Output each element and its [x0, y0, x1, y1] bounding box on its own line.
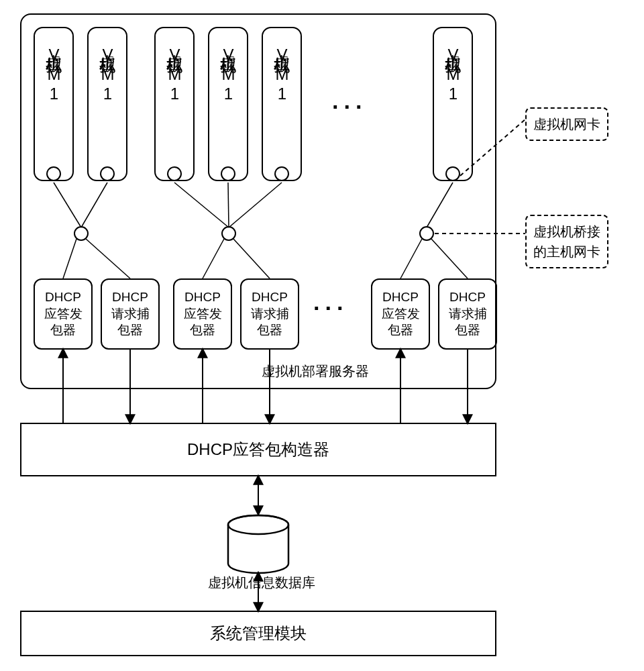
- svg-point-19: [228, 515, 288, 534]
- vm-box: 虚拟机VM1: [208, 27, 248, 181]
- legend-vm-nic: 虚拟机网卡: [525, 107, 608, 141]
- vm-box: 虚拟机VM1: [87, 27, 127, 181]
- vm-label: 虚拟机VM1: [164, 42, 185, 104]
- dhcp-request-capturer: DHCP 请求捕 包器: [438, 278, 497, 350]
- system-management-module: 系统管理模块: [20, 611, 496, 656]
- host-nic-icon: [74, 226, 89, 241]
- dhcp-response-constructor: DHCP应答包构造器: [20, 423, 496, 476]
- vm-box: 虚拟机VM1: [262, 27, 302, 181]
- dhcp-request-capturer: DHCP 请求捕 包器: [101, 278, 160, 350]
- ellipsis-icon: ···: [332, 94, 367, 120]
- vm-label: 虚拟机VM1: [97, 42, 118, 104]
- vm-label: 虚拟机VM1: [217, 42, 239, 104]
- vm-nic-icon: [100, 166, 115, 181]
- vm-nic-icon: [46, 166, 61, 181]
- vm-nic-icon: [221, 166, 235, 181]
- legend-host-nic: 虚拟机桥接 的主机网卡: [525, 215, 608, 268]
- dhcp-response-sender: DHCP 应答发 包器: [173, 278, 232, 350]
- vm-label: 虚拟机VM1: [271, 42, 292, 104]
- db-label: 虚拟机信息数据库: [208, 574, 315, 592]
- ellipsis-icon: ···: [313, 295, 348, 321]
- host-nic-icon: [419, 226, 434, 241]
- vm-nic-icon: [167, 166, 182, 181]
- dhcp-response-sender: DHCP 应答发 包器: [34, 278, 93, 350]
- vm-box: 虚拟机VM1: [433, 27, 473, 181]
- vm-box: 虚拟机VM1: [154, 27, 195, 181]
- vm-nic-icon: [445, 166, 460, 181]
- vm-label: 虚拟机VM1: [43, 42, 64, 104]
- dhcp-request-capturer: DHCP 请求捕 包器: [240, 278, 299, 350]
- vm-label: 虚拟机VM1: [442, 42, 464, 104]
- vm-box: 虚拟机VM1: [34, 27, 74, 181]
- host-nic-icon: [221, 226, 236, 241]
- svg-point-18: [228, 515, 288, 534]
- server-label: 虚拟机部署服务器: [262, 362, 369, 380]
- vm-nic-icon: [274, 166, 289, 181]
- dhcp-response-sender: DHCP 应答发 包器: [371, 278, 430, 350]
- database-icon: [228, 515, 288, 573]
